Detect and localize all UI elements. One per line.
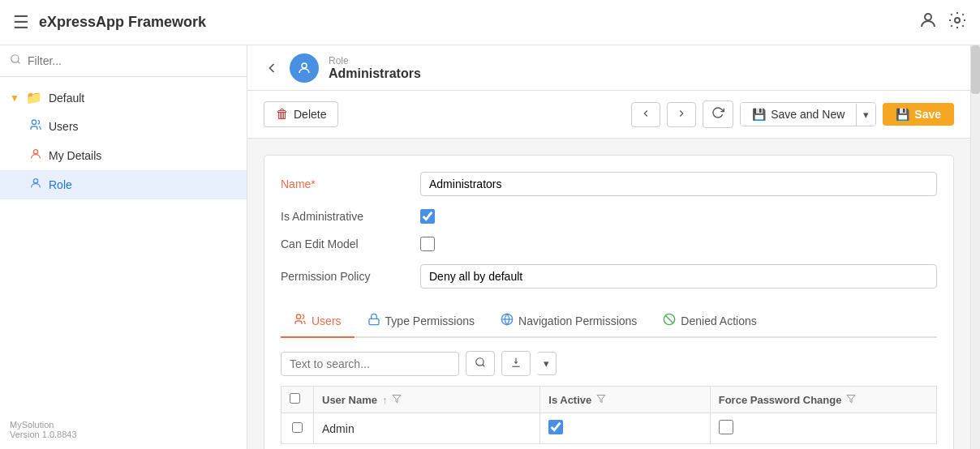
sidebar-item-users[interactable]: Users [0,112,247,141]
form-card: Name* Is Administrative Can Edit Model P… [264,155,954,449]
tab-users-icon [294,313,307,328]
row-checkbox[interactable] [292,422,303,433]
sidebar-item-mydetails-label: My Details [49,149,101,162]
content: Role Administrators 🗑 Delete [247,45,970,449]
sidebar-item-users-label: Users [49,120,79,133]
can-edit-checkbox[interactable] [420,237,435,251]
row-checkbox-cell [282,413,314,444]
prev-button[interactable] [631,102,660,127]
svg-point-7 [302,63,307,68]
tab-type-permissions-label: Type Permissions [385,314,475,327]
force-password-checkbox[interactable] [719,420,733,434]
users-icon [29,118,42,135]
sidebar-filter [0,45,247,77]
header-username: User Name ↑ [314,387,540,413]
save-new-button[interactable]: 💾 Save and New [741,103,856,126]
row-is-active [540,413,710,444]
tab-users[interactable]: Users [281,305,355,338]
search-dropdown[interactable]: ▾ [537,352,557,375]
is-admin-row: Is Administrative [281,209,937,224]
role-icon [29,177,42,193]
svg-point-4 [32,120,36,124]
username-sort-icon[interactable]: ↑ [382,394,388,406]
form-area: Name* Is Administrative Can Edit Model P… [247,139,970,449]
select-all-checkbox[interactable] [290,393,300,404]
can-edit-row: Can Edit Model [281,237,937,251]
sidebar-filter-input[interactable] [28,54,237,67]
force-password-filter-icon[interactable] [846,394,856,406]
folder-icon: 📁 [26,90,42,105]
refresh-button[interactable] [703,100,733,128]
svg-marker-18 [847,395,855,402]
menu-button[interactable]: ☰ [13,12,29,33]
sidebar-tree: ▼ 📁 Default Users My [0,77,247,206]
is-active-column-label: Is Active [548,394,591,406]
users-table: User Name ↑ [281,386,937,444]
sidebar-group-default[interactable]: ▼ 📁 Default [0,83,247,112]
svg-line-3 [18,62,20,64]
breadcrumb-title: Administrators [329,66,421,81]
is-active-checkbox[interactable] [548,420,563,434]
permission-policy-select[interactable]: Deny all by default Allow all by default… [420,264,937,289]
sidebar-item-mydetails[interactable]: My Details [0,141,247,170]
svg-point-14 [476,358,484,366]
save-new-icon: 💾 [752,108,766,121]
search-input[interactable] [281,352,459,376]
breadcrumb-parent: Role [329,55,421,66]
svg-point-2 [11,55,19,62]
mydetails-icon [29,148,42,164]
delete-icon: 🗑 [276,107,289,122]
tab-denied-actions-label: Denied Actions [681,314,756,327]
menu-icon: ☰ [13,12,29,33]
save-new-dropdown[interactable]: ▾ [856,104,875,126]
svg-line-15 [483,365,485,367]
filter-icon [10,53,21,68]
username-filter-icon[interactable] [392,394,402,406]
sidebar-item-role-label: Role [49,178,72,191]
delete-button[interactable]: 🗑 Delete [264,101,338,127]
export-button[interactable] [501,351,531,376]
is-admin-checkbox[interactable] [420,209,435,224]
search-bar: ▾ [281,351,937,376]
is-active-filter-icon[interactable] [596,394,606,406]
sidebar-item-role[interactable]: Role [0,170,247,199]
svg-point-8 [296,314,300,319]
svg-point-0 [925,14,931,20]
back-button[interactable] [264,60,280,76]
sidebar-version: MySolution Version 1.0.8843 [0,410,247,449]
version-name: MySolution [10,420,237,430]
tab-type-permissions[interactable]: Type Permissions [355,305,488,338]
svg-point-6 [33,179,37,183]
tab-navigation-permissions-label: Navigation Permissions [518,314,637,327]
next-button[interactable] [667,102,696,127]
is-admin-label: Is Administrative [281,210,410,223]
svg-marker-17 [597,395,605,402]
row-force-password [710,413,936,444]
sidebar: ▼ 📁 Default Users My [0,45,247,449]
svg-rect-9 [369,319,379,324]
tabs: Users Type Permissions [281,305,937,338]
search-button[interactable] [466,351,495,376]
toolbar: 🗑 Delete 💾 Save and New ▾ [247,91,970,139]
avatar [290,53,319,83]
breadcrumb: Role Administrators [329,55,421,81]
permission-policy-label: Permission Policy [281,270,410,283]
name-label: Name* [281,177,410,190]
content-header: Role Administrators [247,45,970,91]
save-button[interactable]: 💾 Save [883,103,954,126]
account-button[interactable] [918,11,938,35]
name-input[interactable] [420,172,937,196]
tab-navigation-permissions[interactable]: Navigation Permissions [488,305,650,338]
settings-button[interactable] [948,11,967,35]
sidebar-group-label: Default [49,92,84,105]
tab-denied-actions[interactable]: Denied Actions [650,305,769,338]
header-force-password: Force Password Change [710,387,936,413]
save-label: Save [914,108,941,121]
scrollbar[interactable] [970,45,980,449]
save-new-group: 💾 Save and New ▾ [740,102,876,126]
topbar-right [918,11,967,35]
permission-policy-wrapper: Deny all by default Allow all by default… [420,264,937,289]
table-row: Admin [282,413,937,444]
tab-navigation-permissions-icon [501,313,514,328]
save-icon: 💾 [896,108,909,121]
